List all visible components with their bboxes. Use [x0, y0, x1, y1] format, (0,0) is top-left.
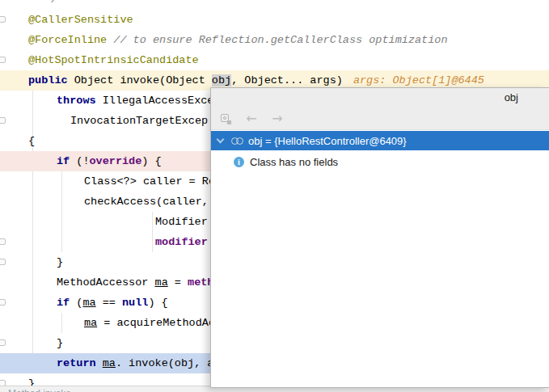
code-token-com: */ — [44, 0, 57, 6]
code-token-pl: } — [57, 337, 63, 349]
code-token-und: ma — [84, 317, 97, 329]
code-token-fld: modifier — [155, 236, 208, 248]
code-token-pl — [96, 357, 103, 369]
debugger-popup: obj obj = {HelloRestController@6409} — [210, 87, 549, 388]
fold-marker-icon[interactable] — [0, 117, 6, 124]
fold-marker-icon[interactable] — [0, 299, 6, 306]
code-token-pl: (! — [70, 155, 89, 167]
info-row: Class has no fields — [211, 153, 549, 171]
code-token-ann: @HotSpotIntrinsicCandidate — [28, 54, 199, 66]
code-token-pl: ( — [70, 297, 82, 309]
code-token-selid: obj — [212, 74, 231, 86]
back-arrow-icon — [246, 111, 256, 127]
code-token-kw: public — [28, 74, 68, 86]
breadcrumb: Method.invoke — [8, 388, 549, 392]
code-token-kw: if — [57, 297, 70, 309]
chevron-down-icon[interactable] — [217, 136, 225, 144]
code-token-pl: , Object... args) — [231, 74, 343, 86]
info-icon — [234, 157, 244, 167]
variable-row-obj[interactable]: obj = {HelloRestController@6409} — [211, 131, 549, 150]
code-line[interactable]: @CallerSensitive — [0, 10, 549, 30]
code-token-kw: throws — [57, 95, 96, 107]
code-token-ann: @CallerSensitive — [28, 14, 133, 26]
code-token-kw: return — [57, 357, 96, 369]
code-token-pl: = — [168, 276, 188, 289]
code-line[interactable]: @HotSpotIntrinsicCandidate — [0, 50, 549, 70]
code-token-pl: InvocationTargetExcep — [70, 115, 208, 127]
code-token-hint: args: Object[1]@6445 — [353, 74, 484, 86]
inspect-button[interactable] — [216, 111, 235, 127]
code-token-pl: checkAccess(caller, — [84, 196, 209, 208]
code-token-pl: Class<?> caller = Re — [84, 175, 215, 188]
code-token-kw: if — [57, 155, 70, 167]
code-token-pl: MethodAccessor — [57, 276, 155, 289]
fold-marker-icon[interactable] — [0, 16, 6, 23]
info-message: Class has no fields — [250, 156, 338, 168]
fold-marker-icon[interactable] — [0, 259, 6, 265]
code-token-und: ma — [103, 357, 116, 369]
variable-value: obj = {HelloRestController@6409} — [248, 135, 407, 147]
code-token-pl: . invoke(obj, ar — [116, 357, 221, 369]
code-token-ann: @ForceInline — [28, 34, 107, 46]
inspect-icon — [221, 114, 231, 124]
code-token-pl: = acquireMethodAc — [97, 317, 215, 329]
forward-button[interactable] — [268, 111, 287, 127]
popup-toolbar — [216, 109, 294, 129]
watch-icon — [231, 137, 243, 145]
code-token-fld: override — [90, 155, 142, 167]
code-line[interactable]: @ForceInline // to ensure Reflection.get… — [0, 30, 549, 50]
code-token-pl: IllegalAccessExce — [96, 95, 214, 107]
code-token-und: ma — [82, 297, 95, 309]
code-token-com: // to ensure Reflection.getCallerClass o… — [107, 34, 447, 46]
back-button[interactable] — [242, 111, 261, 127]
fold-marker-icon[interactable] — [0, 238, 6, 245]
code-token-pl: } — [57, 256, 63, 268]
forward-arrow-icon — [272, 111, 282, 127]
code-token-pl: ) { — [141, 155, 161, 167]
code-token-kw: null — [122, 297, 148, 309]
code-token-pl: { — [28, 135, 35, 147]
popup-title: obj — [505, 91, 518, 103]
code-token-pl: Modifier — [155, 216, 208, 228]
code-line[interactable]: */ — [0, 0, 549, 10]
popup-header: obj — [211, 88, 549, 130]
fold-marker-icon[interactable] — [0, 57, 6, 63]
ide-debugger-screen: */@CallerSensitive@ForceInline // to ens… — [0, 0, 549, 392]
code-token-pl: == — [96, 297, 122, 309]
code-token-pl: ) { — [148, 297, 167, 309]
code-token-pl: Object invoke(Object — [68, 74, 212, 86]
code-token-und: ma — [155, 276, 168, 289]
fold-marker-icon[interactable] — [0, 339, 6, 346]
